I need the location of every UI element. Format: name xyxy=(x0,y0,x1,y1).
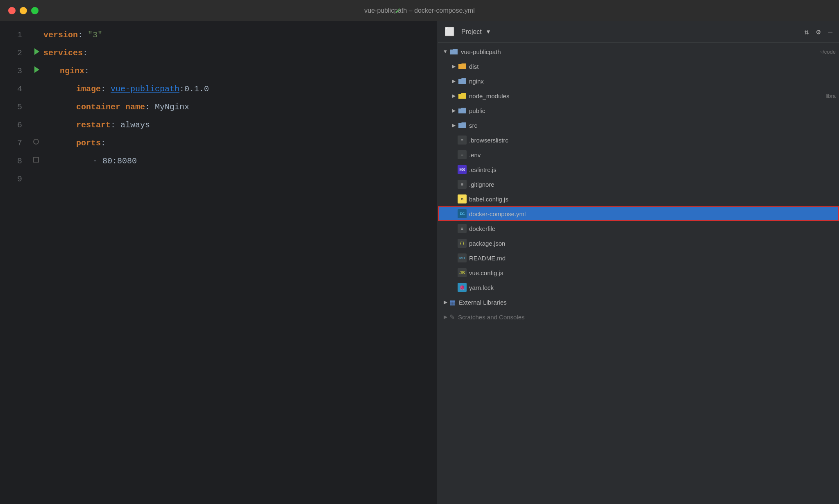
external-libraries-icon: ▦ xyxy=(449,298,456,306)
traffic-lights xyxy=(8,7,39,14)
val-version: "3" xyxy=(88,26,102,44)
val-image-link[interactable]: vue-publicpath xyxy=(111,80,179,98)
tree-item-nginx[interactable]: nginx xyxy=(438,74,839,88)
tree-item-package-json[interactable]: { } package.json xyxy=(438,236,839,251)
tree-item-scratches[interactable]: ✎ Scratches and Consoles xyxy=(438,310,839,324)
scratches-icon: ✎ xyxy=(449,313,455,321)
folder-nginx-icon xyxy=(458,77,467,85)
tree-item-vue-publicpath[interactable]: vue-publicpath ~/code xyxy=(438,44,839,59)
tree-item-readme[interactable]: MD README.md xyxy=(438,251,839,265)
tree-item-node-modules[interactable]: node_modules libra xyxy=(438,88,839,103)
readme-label: README.md xyxy=(469,255,836,262)
code-line-7: ports : xyxy=(43,134,438,152)
minimize-button[interactable] xyxy=(20,7,27,14)
tree-item-dist[interactable]: dist xyxy=(438,59,839,74)
gitignore-label: .gitignore xyxy=(469,181,836,188)
yarn-lock-label: yarn.lock xyxy=(469,284,836,291)
tree-item-eslintrc[interactable]: ES .eslintrc.js xyxy=(438,162,839,177)
tree-item-public[interactable]: public xyxy=(438,103,839,118)
code-line-3: nginx : xyxy=(43,62,438,80)
arrow-external-libraries xyxy=(441,299,449,305)
maximize-button[interactable] xyxy=(31,7,39,14)
window-title: vue-publicpath – docker-compose.yml xyxy=(364,7,474,14)
tree-item-gitignore[interactable]: ≡ .gitignore xyxy=(438,177,839,192)
tree-item-browserslistrc[interactable]: ≡ .browserslistrc xyxy=(438,133,839,147)
dockerfile-label: dockerfile xyxy=(469,225,836,232)
fold-ports-icon[interactable] xyxy=(33,139,39,145)
project-dropdown-icon[interactable]: ▼ xyxy=(487,29,490,35)
docker-compose-icon: DC xyxy=(458,209,467,218)
vue-config-icon: JS xyxy=(458,268,467,277)
code-line-5: container_name : MyNginx xyxy=(43,98,438,116)
arrow-nginx xyxy=(449,78,458,84)
editor-content: 1 2 3 4 5 6 7 8 9 xyxy=(0,21,438,504)
code-editor[interactable]: version : "3" services : nginx : image xyxy=(43,25,438,501)
sidebar-title: Project xyxy=(461,28,482,36)
tree-item-docker-compose[interactable]: DC docker-compose.yml xyxy=(438,206,839,221)
project-panel: ⬜ Project ▼ ⇅ ⚙ — vue-publicpath ~/code xyxy=(438,21,839,504)
readme-icon: MD xyxy=(458,253,467,262)
layout-icon[interactable]: ⇅ xyxy=(805,27,809,36)
sidebar-toolbar: ⇅ ⚙ — xyxy=(805,27,833,36)
dockerfile-icon: ≡ xyxy=(458,224,467,233)
folder-src-icon xyxy=(458,122,467,129)
line-numbers: 1 2 3 4 5 6 7 8 9 xyxy=(0,25,29,501)
public-label: public xyxy=(469,107,836,114)
folder-dist-icon xyxy=(458,63,467,70)
gutter xyxy=(29,25,43,501)
key-image: image xyxy=(76,80,101,98)
close-button[interactable] xyxy=(8,7,16,14)
tree-item-babel[interactable]: B babel.config.js xyxy=(438,192,839,206)
folder-node-modules-icon xyxy=(458,92,467,99)
tree-item-yarn-lock[interactable]: 🧶 yarn.lock xyxy=(438,280,839,295)
node-modules-label: node_modules xyxy=(469,93,823,99)
arrow-public xyxy=(449,108,458,113)
arrow-dist xyxy=(449,63,458,69)
code-line-1: version : "3" xyxy=(43,26,438,44)
dist-label: dist xyxy=(469,63,836,70)
key-services: services xyxy=(43,44,83,62)
src-label: src xyxy=(469,122,836,129)
browserslistrc-icon: ≡ xyxy=(458,136,467,145)
val-ports: - 80:8080 xyxy=(93,152,137,170)
code-line-8: - 80:8080 xyxy=(43,152,438,170)
folder-vue-publicpath-icon xyxy=(449,48,458,55)
arrow-scratches xyxy=(441,314,449,320)
package-json-icon: { } xyxy=(458,239,467,248)
tree-item-external-libraries[interactable]: ▦ External Libraries xyxy=(438,295,839,310)
arrow-vue-publicpath xyxy=(441,49,449,54)
project-panel-icon: ⬜ xyxy=(444,27,455,37)
checkmark-icon: ✓ xyxy=(395,5,401,16)
expand-services-icon[interactable] xyxy=(34,48,39,55)
vue-publicpath-path: ~/code xyxy=(820,49,836,55)
external-libraries-label: External Libraries xyxy=(459,299,507,306)
vue-publicpath-label: vue-publicpath xyxy=(461,48,817,55)
settings-icon[interactable]: ⚙ xyxy=(816,27,821,36)
key-restart: restart xyxy=(76,116,111,134)
babel-label: babel.config.js xyxy=(469,196,836,203)
sidebar-header: ⬜ Project ▼ ⇅ ⚙ — xyxy=(438,21,839,43)
arrow-src xyxy=(449,122,458,128)
minimize-panel-icon[interactable]: — xyxy=(828,28,832,36)
file-tree: vue-publicpath ~/code dist nginx xyxy=(438,43,839,504)
code-line-4: image : vue-publicpath :0.1.0 xyxy=(43,80,438,98)
tree-item-src[interactable]: src xyxy=(438,118,839,133)
expand-nginx-icon[interactable] xyxy=(34,66,39,73)
tree-item-vue-config[interactable]: JS vue.config.js xyxy=(438,265,839,280)
vue-config-label: vue.config.js xyxy=(469,269,836,276)
gitignore-icon: ≡ xyxy=(458,180,467,189)
eslintrc-label: .eslintrc.js xyxy=(469,166,836,173)
main-content: 1 2 3 4 5 6 7 8 9 xyxy=(0,21,839,504)
tree-item-dockerfile[interactable]: ≡ dockerfile xyxy=(438,221,839,236)
arrow-node-modules xyxy=(449,93,458,99)
eslintrc-icon: ES xyxy=(458,165,467,174)
title-bar: vue-publicpath – docker-compose.yml ✓ xyxy=(0,0,839,21)
tree-item-env[interactable]: ≡ .env xyxy=(438,147,839,162)
fold-item-icon[interactable] xyxy=(33,157,39,163)
package-json-label: package.json xyxy=(469,240,836,247)
nginx-label: nginx xyxy=(469,78,836,85)
key-ports: ports xyxy=(76,134,101,152)
code-line-6: restart : always xyxy=(43,116,438,134)
key-nginx: nginx xyxy=(60,62,84,80)
code-line-2: services : xyxy=(43,44,438,62)
